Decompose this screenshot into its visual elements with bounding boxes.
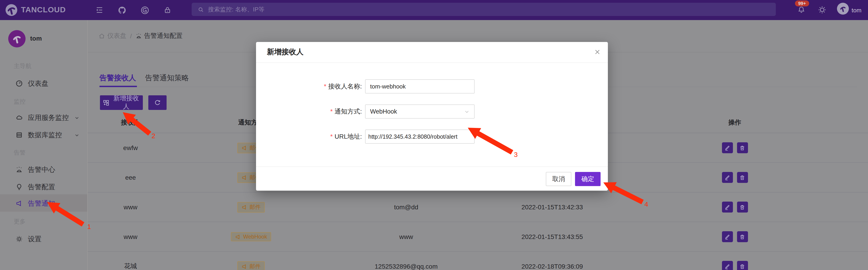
megaphone-icon	[16, 200, 23, 207]
refresh-button[interactable]	[148, 95, 166, 110]
refresh-icon	[154, 99, 161, 106]
receiver-name-label: *接收人名称:	[256, 79, 362, 94]
topbar: TANCLOUD 搜索监控: 名称、IP等 99+ tom	[0, 0, 868, 20]
sidebar-item-database[interactable]: 数据库监控	[0, 128, 88, 142]
url-input[interactable]	[366, 130, 474, 143]
sidebar-item-app-service[interactable]: 应用服务监控	[0, 111, 88, 125]
table-row: wwwWebHookwww2022-01-15T13:43:55	[88, 222, 868, 252]
database-icon	[16, 131, 23, 139]
brand-logo[interactable]: TANCLOUD	[5, 0, 66, 20]
chevron-down-icon	[464, 109, 470, 114]
megaphone-icon	[241, 204, 247, 210]
form-row-name: *接收人名称:	[256, 79, 608, 94]
method-tag: 邮件	[237, 261, 265, 270]
sidebar-item-settings[interactable]: 设置	[0, 232, 88, 246]
delete-button[interactable]	[737, 202, 748, 212]
github-icon[interactable]	[118, 6, 126, 14]
user-avatar[interactable]	[837, 3, 849, 14]
sidebar: tom 主导航 仪表盘 监控 应用服务监控 数据库监控 告警 告警中心 告警配置	[0, 20, 88, 270]
cell-receiver: ewfw	[88, 144, 174, 151]
appstore-add-icon	[103, 99, 110, 106]
cell-email: 1252532896@qq.com	[329, 263, 484, 270]
sidebar-avatar[interactable]	[8, 30, 26, 47]
modal-title: 新增接收人	[267, 47, 304, 57]
cell-method: 邮件	[174, 202, 329, 212]
sidebar-item-alert-config[interactable]: 告警配置	[0, 180, 88, 194]
header-receiver: 接收人	[88, 119, 174, 127]
dashboard-icon	[16, 80, 23, 87]
method-tag: 邮件	[237, 202, 265, 212]
notification-badge: 99+	[795, 0, 809, 6]
notify-method-select[interactable]: WebHook	[365, 104, 475, 119]
gitee-icon[interactable]	[141, 6, 149, 14]
cell-receiver: www	[88, 233, 174, 240]
required-mark: *	[324, 82, 326, 90]
delete-button[interactable]	[737, 172, 748, 183]
megaphone-icon	[235, 234, 241, 240]
add-receiver-button[interactable]: 新增接收人	[100, 95, 143, 110]
gear-icon	[16, 235, 23, 243]
delete-button[interactable]	[737, 231, 748, 242]
sidebar-section-monitor: 监控	[14, 98, 26, 106]
lock-icon[interactable]	[163, 6, 172, 14]
edit-button[interactable]	[722, 202, 733, 212]
url-label: *URL地址:	[256, 130, 362, 144]
chevron-down-icon	[74, 133, 80, 137]
cell-email: tom@dd	[329, 203, 484, 211]
sidebar-username: tom	[30, 35, 42, 42]
edit-button[interactable]	[722, 261, 733, 270]
breadcrumb-separator: /	[130, 32, 132, 40]
sidebar-item-dashboard[interactable]: 仪表盘	[0, 77, 88, 90]
cell-time: 2022-01-15T13:42:33	[484, 203, 621, 211]
cell-email: www	[329, 233, 484, 240]
cancel-button[interactable]: 取消	[546, 172, 571, 186]
alarm-icon	[16, 166, 23, 173]
cell-method: 邮件	[174, 261, 329, 270]
bell-icon[interactable]	[797, 5, 805, 14]
modal-header: 新增接收人	[256, 42, 608, 63]
cell-actions	[621, 231, 868, 242]
gear-icon[interactable]	[818, 5, 827, 14]
search-placeholder: 搜索监控: 名称、IP等	[208, 5, 265, 13]
cell-receiver: 花城	[88, 262, 174, 270]
edit-button[interactable]	[722, 172, 733, 183]
required-mark: *	[330, 108, 333, 115]
sidebar-item-alert-notice[interactable]: 告警通知	[0, 197, 88, 210]
bulb-icon	[16, 183, 23, 191]
edit-button[interactable]	[722, 231, 733, 242]
cell-time: 2022-01-15T13:43:55	[484, 233, 621, 240]
receiver-name-input[interactable]	[366, 80, 474, 93]
tancloud-logo-icon	[5, 4, 18, 16]
cell-actions	[621, 142, 868, 153]
confirm-button[interactable]: 确定	[575, 172, 600, 186]
table-row: 花城邮件1252532896@qq.com2022-02-18T09:36:09	[88, 252, 868, 270]
brand-text: TANCLOUD	[21, 5, 66, 14]
sidebar-section-more: 更多	[14, 217, 26, 226]
cell-actions	[621, 172, 868, 183]
modal-footer: 取消 确定	[256, 166, 608, 191]
delete-button[interactable]	[737, 261, 748, 270]
menu-fold-icon[interactable]	[95, 6, 103, 14]
header-actions: 操作	[621, 119, 868, 127]
add-receiver-modal: 新增接收人 *接收人名称: *通知方式: WebHook *URL地址: 取消 …	[256, 42, 608, 191]
breadcrumb-home[interactable]: 仪表盘	[99, 32, 126, 40]
edit-button[interactable]	[722, 142, 733, 153]
cell-receiver: www	[88, 203, 174, 211]
tab-policies[interactable]: 告警通知策略	[145, 73, 189, 83]
app: TANCLOUD 搜索监控: 名称、IP等 99+ tom	[0, 0, 868, 270]
cell-time: 2022-02-18T09:36:09	[484, 263, 621, 270]
megaphone-icon	[241, 263, 247, 269]
megaphone-icon	[241, 145, 247, 151]
sidebar-item-alert-center[interactable]: 告警中心	[0, 163, 88, 176]
close-icon[interactable]	[594, 49, 600, 55]
cell-method: WebHook	[174, 232, 329, 241]
breadcrumb: 仪表盘 / 告警通知配置	[99, 32, 183, 40]
cell-receiver: eee	[88, 174, 174, 181]
delete-button[interactable]	[737, 142, 748, 153]
cell-actions	[621, 261, 868, 270]
tab-receivers[interactable]: 告警接收人	[99, 73, 136, 83]
search-input[interactable]: 搜索监控: 名称、IP等	[192, 3, 776, 16]
notify-method-label: *通知方式:	[256, 104, 362, 119]
chevron-down-icon	[74, 115, 80, 120]
search-icon	[197, 6, 204, 12]
